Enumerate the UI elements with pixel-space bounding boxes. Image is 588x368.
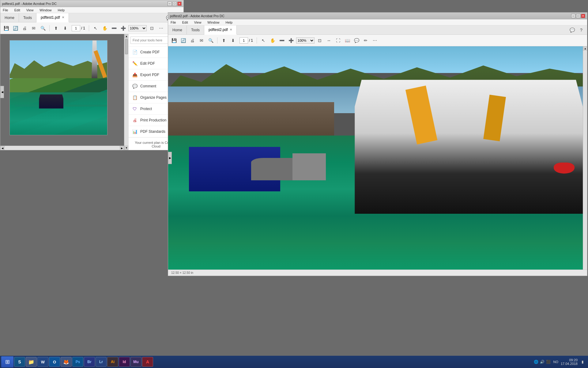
minimize-button[interactable]: ─ (168, 2, 172, 6)
learn-more-link[interactable]: Learn More (147, 150, 164, 150)
w2-help-icon[interactable]: ? (577, 26, 585, 34)
tab-tools[interactable]: Tools (19, 13, 36, 22)
save-icon[interactable]: 💾 (2, 24, 10, 32)
zoom-select[interactable]: 100% 75% 50% 150% 200% (128, 25, 147, 31)
volume-icon[interactable]: 🔊 (540, 359, 545, 364)
w2-close-button[interactable]: ✕ (581, 14, 585, 18)
w2-full-screen-icon[interactable]: ⛶ (334, 36, 342, 44)
zoom-in-icon[interactable]: ➕ (119, 24, 127, 32)
w2-comment-toolbar-icon[interactable]: 💬 (352, 36, 360, 44)
tab-tools-label: Tools (23, 16, 32, 20)
select-icon[interactable]: ↖ (92, 24, 100, 32)
find-icon[interactable]: 🔍 (39, 24, 47, 32)
show-desktop-icon[interactable]: ▮ (580, 359, 585, 364)
w2-menu-view[interactable]: View (193, 20, 203, 25)
w2-menu-file[interactable]: File (169, 20, 177, 25)
w2-read-mode-icon[interactable]: 📖 (343, 36, 351, 44)
menu-file[interactable]: File (2, 8, 9, 13)
taskbar-systray: 🌐 🔊 ⬛ NO 09:20 17.04.2018 ▮ (533, 358, 587, 366)
w2-next-page-icon[interactable]: ⬇ (229, 36, 237, 44)
w2-prev-page-icon[interactable]: ⬆ (220, 36, 228, 44)
w2-email-icon[interactable]: ✉ (198, 36, 205, 44)
start-button[interactable]: ⊞ (1, 356, 13, 367)
network-icon[interactable]: 🌐 (533, 359, 538, 364)
taskbar-muse[interactable]: Mu (130, 357, 141, 367)
tab-home[interactable]: Home (0, 13, 19, 22)
tab-pdftest1[interactable]: pdftest1.pdf ✕ (36, 13, 69, 22)
w2-menu-help[interactable]: Help (224, 20, 234, 25)
taskbar-acrobat[interactable]: A (142, 357, 153, 367)
next-page-icon[interactable]: ⬇ (61, 24, 69, 32)
w2-zoom-in-icon[interactable]: ➕ (287, 36, 295, 44)
toolbar-sep2 (89, 25, 89, 31)
tool-pdf-standards-label: PDF Standards (140, 129, 165, 134)
zoom-out-icon[interactable]: ➖ (110, 24, 118, 32)
left-panel-collapse[interactable]: ◀ (0, 86, 4, 98)
w2-tab-tools[interactable]: Tools (187, 25, 204, 35)
close-button[interactable]: ✕ (177, 2, 182, 6)
w2-tab-close-icon[interactable]: ✕ (230, 28, 232, 31)
more-tools-icon[interactable]: ⋯ (157, 24, 165, 32)
menu-view[interactable]: View (25, 8, 35, 13)
hand-icon[interactable]: ✋ (101, 24, 109, 32)
taskbar-shimmer[interactable]: S (14, 357, 25, 367)
taskbar-file-explorer[interactable]: 📁 (26, 357, 37, 367)
w2-scroll-up[interactable]: ▲ (583, 46, 587, 51)
taskbar-bridge[interactable]: Br (84, 357, 95, 367)
w2-comment-icon[interactable]: 💬 (568, 26, 576, 34)
w2-find-icon[interactable]: 🔍 (207, 36, 215, 44)
prev-page-icon[interactable]: ⬆ (52, 24, 60, 32)
w2-minimize-button[interactable]: ─ (571, 14, 575, 18)
w2-tab-home[interactable]: Home (168, 25, 187, 35)
w2-zoom-out-icon[interactable]: ➖ (278, 36, 286, 44)
w2-page-number-input[interactable] (239, 37, 248, 44)
taskbar-outlook[interactable]: O (49, 357, 60, 367)
scroll-thumb[interactable] (125, 39, 128, 54)
window2-controls: ─ □ ✕ (571, 14, 585, 18)
taskbar-illustrator[interactable]: Ai (107, 357, 118, 367)
w2-tab-tools-label: Tools (191, 28, 200, 32)
toolbar-sep1 (49, 25, 50, 31)
w2-tab-pdftest2[interactable]: pdftest2.pdf ✕ (204, 25, 237, 35)
w2-restore-button[interactable]: □ (576, 14, 580, 18)
taskbar-firefox[interactable]: 🦊 (61, 357, 72, 367)
restore-button[interactable]: □ (172, 2, 177, 6)
w2-left-collapse[interactable]: ▶ (168, 152, 172, 164)
page-input-group: / 1 (72, 25, 85, 31)
w2-fit-page-icon[interactable]: ⊡ (316, 36, 324, 44)
w2-fit-width-icon[interactable]: ↔ (325, 36, 333, 44)
menu-help[interactable]: Help (56, 8, 66, 13)
w2-hand-icon[interactable]: ✋ (269, 36, 277, 44)
w2-create-pdf-icon[interactable]: 🔄 (179, 36, 187, 44)
email-icon[interactable]: ✉ (30, 24, 38, 32)
scroll-left-arrow[interactable]: ◀ (0, 146, 5, 150)
w2-save-icon[interactable]: 💾 (170, 36, 178, 44)
menu-edit[interactable]: Edit (13, 8, 21, 13)
taskbar-word[interactable]: W (37, 357, 48, 367)
w2-scrollbar[interactable]: ▲ (583, 46, 587, 270)
page-number-input[interactable] (72, 25, 80, 31)
taskbar-lightroom[interactable]: Lr (96, 357, 107, 367)
w2-menu-edit[interactable]: Edit (181, 20, 189, 25)
w2-print-icon[interactable]: 🖨 (188, 36, 196, 44)
menu-window[interactable]: Window (38, 8, 53, 13)
pdf-image (10, 40, 107, 135)
taskbar-indesign[interactable]: Id (119, 357, 130, 367)
fit-page-icon[interactable]: ⊡ (148, 24, 156, 32)
scrollbar-horizontal[interactable]: ◀ ▶ (0, 146, 124, 150)
scrollbar-vertical[interactable]: ▲ ▼ (124, 34, 128, 150)
scroll-right-arrow[interactable]: ▶ (120, 146, 124, 150)
taskbar-photoshop[interactable]: Ps (72, 357, 83, 367)
tab-close-icon[interactable]: ✕ (62, 16, 64, 19)
window1-titlebar: pdftest1.pdf - Adobe Acrobat Pro DC ─ □ … (0, 0, 183, 7)
scroll-down-arrow[interactable]: ▼ (124, 146, 128, 150)
create-pdf-toolbar-icon[interactable]: 🔄 (11, 24, 19, 32)
scroll-up-arrow[interactable]: ▲ (124, 34, 128, 38)
w2-select-icon[interactable]: ↖ (259, 36, 267, 44)
w2-pen-icon[interactable]: ✏ (362, 36, 370, 44)
print-icon[interactable]: 🖨 (21, 24, 28, 32)
w2-menu-window[interactable]: Window (206, 20, 221, 25)
w2-more-icon[interactable]: ⋯ (371, 36, 379, 44)
w2-zoom-select[interactable]: 100% 75% 50% 150% (296, 37, 315, 44)
taskbar-clock[interactable]: 09:20 17.04.2018 (561, 358, 578, 366)
